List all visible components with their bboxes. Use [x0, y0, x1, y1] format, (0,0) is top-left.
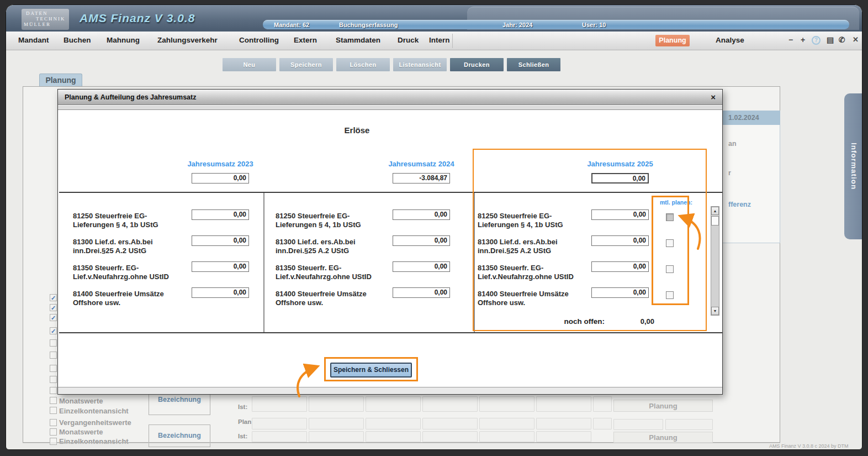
row-label-81350: 81350 Steuerfr. EG- Lief.v.Neufahrzg.ohn… [276, 264, 398, 281]
scrollbar-up-icon[interactable]: ▲ [711, 207, 719, 215]
notes-icon[interactable]: ▤ [827, 35, 834, 44]
total-2024-input[interactable]: -3.084,87 [393, 173, 450, 184]
bg-grid-input[interactable] [665, 419, 713, 430]
menu-intern[interactable]: Intern [429, 36, 450, 44]
planung-button-2[interactable]: Planung [613, 432, 713, 443]
bg-grid-input[interactable] [613, 419, 663, 430]
vergangenheitswerte-label: Vergangenheitswerte [59, 418, 131, 427]
toolbar-schliessen-button[interactable]: Schließen [507, 58, 560, 71]
close-icon[interactable]: ✕ [853, 35, 859, 44]
scrollbar-thumb[interactable] [711, 216, 719, 226]
menu-buchen[interactable]: Buchen [63, 36, 91, 44]
bg-checkbox-checked[interactable]: ✓ [50, 304, 57, 311]
bg-checkbox-checked[interactable]: ✓ [50, 327, 57, 334]
value-2025-81300[interactable]: 0,00 [591, 235, 649, 246]
toolbar-speichern-button[interactable]: Speichern [279, 58, 333, 71]
bg-grid-input[interactable] [252, 431, 307, 442]
speichern-schliessen-button[interactable]: Speichern & Schliessen [330, 363, 412, 378]
dialog-scrollbar[interactable]: ▲ ▼ [711, 206, 719, 316]
bezeichnung-label-2: Bezeichnung [149, 432, 210, 439]
minus-icon[interactable]: − [788, 35, 793, 44]
bg-checkbox[interactable] [50, 352, 57, 359]
content-divider-bottom [59, 332, 722, 333]
value-2023-81400[interactable]: 0,00 [192, 287, 249, 298]
menu-bar: Mandant Buchen Mahnung Zahlungsverkehr C… [6, 32, 862, 50]
header-jahresumsatz-2023: Jahresumsatz 2023 [132, 160, 309, 168]
plan-row-label: Plan: [238, 418, 253, 425]
phone-icon[interactable]: ✆ [839, 35, 845, 44]
bg-grid-input[interactable] [366, 431, 421, 442]
dialog-close-icon[interactable]: × [711, 90, 716, 104]
bg-grid-input[interactable] [309, 431, 364, 442]
bg-grid-input[interactable] [536, 418, 591, 429]
menu-mandant[interactable]: Mandant [18, 36, 49, 44]
bg-grid-input[interactable] [536, 396, 591, 412]
tab-analyse[interactable]: Analyse [716, 36, 744, 44]
vergangenheitswerte-checkbox[interactable] [50, 419, 57, 426]
footer-version-text: AMS Finanz V 3.0.8 c 2024 by DTM [769, 443, 849, 449]
bg-checkbox-checked[interactable]: ✓ [50, 314, 57, 321]
value-2023-81350[interactable]: 0,00 [192, 261, 249, 272]
bg-grid-input[interactable] [536, 431, 591, 442]
value-2024-81400[interactable]: 0,00 [393, 287, 450, 298]
toolbar-listenansicht-button[interactable]: Listenansicht [393, 58, 447, 71]
value-2024-81300[interactable]: 0,00 [393, 235, 450, 246]
mtl-planen-checkbox-81400[interactable] [666, 291, 674, 299]
menu-controlling[interactable]: Controlling [239, 36, 279, 44]
bg-grid-input[interactable] [479, 431, 534, 442]
menu-druck[interactable]: Druck [398, 36, 419, 44]
bg-grid-input[interactable] [479, 396, 534, 412]
bg-grid-input[interactable] [593, 418, 612, 429]
toolbar-loeschen-button[interactable]: Löschen [336, 58, 390, 71]
bg-grid-input[interactable] [366, 418, 421, 429]
total-2023-input[interactable]: 0,00 [192, 173, 249, 184]
bg-grid-input[interactable] [252, 418, 307, 429]
bg-grid-input[interactable] [479, 418, 534, 429]
bg-grid-input[interactable] [366, 396, 421, 412]
value-2025-81350[interactable]: 0,00 [591, 261, 649, 272]
value-2023-81300[interactable]: 0,00 [192, 235, 249, 246]
toolbar-neu-button[interactable]: Neu [223, 58, 276, 71]
help-icon[interactable]: ? [812, 36, 821, 45]
bg-checkbox-checked[interactable]: ✓ [50, 294, 57, 301]
bg-grid-input[interactable] [422, 418, 478, 429]
monatswerte2-checkbox[interactable] [50, 428, 57, 436]
value-2024-81250[interactable]: 0,00 [393, 209, 450, 220]
bg-grid-input[interactable] [422, 396, 478, 412]
value-2024-81350[interactable]: 0,00 [393, 261, 450, 272]
bg-checkbox[interactable] [50, 376, 57, 383]
dialog-titlebar[interactable]: Planung & Aufteilung des Jahresumsatz × [58, 90, 722, 105]
mtl-planen-checkbox-81350[interactable] [666, 265, 674, 273]
planung-button-1[interactable]: Planung [613, 400, 713, 412]
monatswerte-checkbox[interactable] [50, 397, 57, 404]
einzelkonten-checkbox[interactable] [50, 407, 57, 414]
value-2025-81400[interactable]: 0,00 [591, 287, 649, 298]
value-2025-81250[interactable]: 0,00 [591, 209, 649, 220]
tab-planung[interactable]: Planung [655, 35, 690, 46]
total-2025-input[interactable]: 0,00 [591, 173, 649, 184]
bg-grid-input[interactable] [422, 431, 478, 442]
scrollbar-down-icon[interactable]: ▼ [711, 307, 719, 315]
menu-mahnung[interactable]: Mahnung [107, 36, 140, 44]
bg-checkbox[interactable] [50, 365, 57, 372]
menu-zahlungsverkehr[interactable]: Zahlungsverkehr [157, 36, 218, 44]
plus-icon[interactable]: + [801, 35, 805, 44]
menu-stammdaten[interactable]: Stammdaten [336, 36, 380, 44]
mtl-planen-checkbox-81250[interactable] [666, 213, 674, 221]
page-tab-planung[interactable]: Planung [39, 74, 82, 86]
value-2023-81250[interactable]: 0,00 [192, 209, 249, 220]
bezeichnung-box-2[interactable]: Bezeichnung [149, 424, 210, 447]
mtl-planen-checkbox-81300[interactable] [666, 239, 674, 247]
bg-grid-input[interactable] [593, 396, 612, 412]
status-strip: Mandant: 62 Buchungserfassung Jahr: 2024… [263, 20, 849, 29]
toolbar-drucken-button[interactable]: Drucken [450, 58, 504, 71]
bg-grid-input[interactable] [309, 418, 364, 429]
menu-extern[interactable]: Extern [294, 36, 317, 44]
bg-checkbox[interactable] [50, 387, 57, 394]
bg-grid-input[interactable] [252, 396, 307, 412]
bg-checkbox[interactable] [50, 339, 57, 347]
einzelkonten2-checkbox[interactable] [50, 438, 57, 445]
information-side-tab[interactable]: Information [844, 93, 862, 239]
bg-grid-input[interactable] [309, 396, 364, 412]
bezeichnung-box-1[interactable]: Bezeichnung [149, 393, 210, 415]
